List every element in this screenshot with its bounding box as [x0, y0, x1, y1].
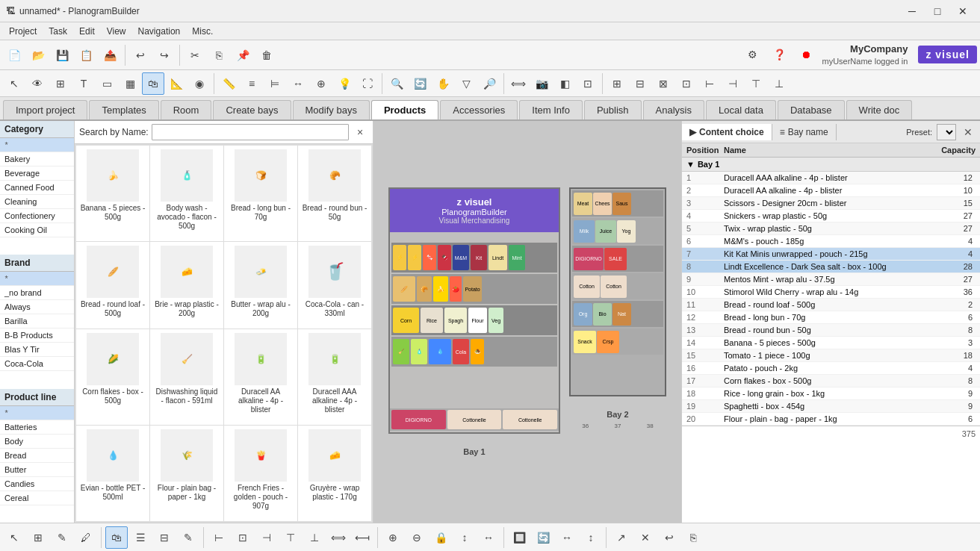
tab-local-data[interactable]: Local data — [706, 100, 776, 119]
filter-tool[interactable]: ▽ — [455, 72, 477, 95]
bottom-flip-h[interactable]: ↔ — [556, 526, 578, 549]
bottom-width[interactable]: ↔ — [477, 526, 500, 549]
pl-item-batteries[interactable]: Batteries — [0, 420, 74, 435]
brand-item-no-brand[interactable]: _no brand — [0, 286, 74, 300]
tab-write-doc[interactable]: Write doc — [846, 100, 913, 119]
menu-edit[interactable]: Edit — [73, 25, 101, 38]
menu-task[interactable]: Task — [43, 25, 73, 38]
product-card-gruyere[interactable]: 🧀 Gruyère - wrap plastic - 170g — [298, 426, 371, 521]
extra-btn8[interactable]: ⊥ — [768, 72, 790, 95]
category-item-cleaning[interactable]: Cleaning — [0, 195, 74, 209]
brand-item-barilla[interactable]: Barilla — [0, 314, 74, 329]
layer-btn[interactable]: ◧ — [553, 72, 576, 95]
bottom-align-mid[interactable]: ⊥ — [303, 526, 326, 549]
save-button[interactable]: 💾 — [51, 44, 73, 66]
new-button[interactable]: 📄 — [3, 44, 25, 66]
zoom-in[interactable]: 🔍 — [385, 72, 408, 95]
table-row[interactable]: 6 M&M's - pouch - 185g 4 — [682, 235, 980, 248]
table-row[interactable]: 20 Flour - plain - bag - paper - 1kg 6 — [682, 413, 980, 426]
bottom-product-place[interactable]: 🛍 — [105, 526, 128, 549]
extra-btn5[interactable]: ⊢ — [698, 72, 721, 95]
table-row[interactable]: 9 Mentos Mint - wrap alu - 37.5g 27 — [682, 273, 980, 286]
pl-item-butter[interactable]: Butter — [0, 463, 74, 477]
open-button[interactable]: 📂 — [27, 44, 49, 66]
table-row[interactable]: 12 Bread - long bun - 70g 6 — [682, 311, 980, 324]
help-button[interactable]: ❓ — [768, 43, 790, 66]
bottom-ungroup[interactable]: ⊖ — [406, 526, 428, 549]
category-item-confectionery[interactable]: Confectionery — [0, 209, 74, 223]
view-tool[interactable]: 👁 — [26, 72, 49, 95]
brand-item-blas[interactable]: Blas Y Tir — [0, 343, 74, 357]
rotate-tool[interactable]: 🔄 — [409, 72, 431, 95]
product-card-duracell-aa[interactable]: 🔋 Duracell AA alkaline - 4p - blister — [224, 329, 297, 425]
product-card-bread-long[interactable]: 🍞 Bread - long bun - 70g — [224, 146, 297, 241]
product-card-coca-cola[interactable]: 🥤 Coca-Cola - can - 330ml — [298, 242, 371, 329]
delete-button[interactable]: 🗑 — [255, 44, 278, 66]
product-card-brie[interactable]: 🧀 Brie - wrap plastic - 200g — [150, 242, 223, 329]
settings-button[interactable]: ⚙ — [741, 43, 763, 66]
bottom-height[interactable]: ↕ — [453, 526, 476, 549]
table-row[interactable]: 5 Twix - wrap plastic - 50g 27 — [682, 222, 980, 235]
extra-btn6[interactable]: ⊣ — [722, 72, 744, 95]
close-button[interactable]: ✕ — [952, 1, 974, 22]
brand-item-bb[interactable]: B-B Products — [0, 329, 74, 343]
tab-create-bays[interactable]: Create bays — [213, 100, 291, 119]
table-row[interactable]: 4 Snickers - wrap plastic - 50g 27 — [682, 210, 980, 222]
titlebar-controls[interactable]: ─ □ ✕ — [901, 1, 974, 22]
brand-item-always[interactable]: Always — [0, 300, 74, 314]
bottom-move[interactable]: ↗ — [610, 526, 633, 549]
category-item-cooking-oil[interactable]: Cooking Oil — [0, 223, 74, 237]
product-card-butter[interactable]: 🧈 Butter - wrap alu - 200g — [224, 242, 297, 329]
menu-view[interactable]: View — [101, 25, 132, 38]
copy-button[interactable]: ⎘ — [208, 44, 230, 66]
bottom-align-right[interactable]: ⊣ — [255, 526, 278, 549]
text-tool[interactable]: T — [72, 72, 95, 95]
product-card-flour[interactable]: 🌾 Flour - plain bag - paper - 1kg — [150, 426, 223, 521]
tab-modify-bays[interactable]: Modify bays — [293, 100, 370, 119]
product-tool[interactable]: 🛍 — [142, 72, 164, 95]
bottom-copy2[interactable]: ⎘ — [682, 526, 704, 549]
brand-item-all[interactable]: * — [0, 272, 74, 286]
product-card-banana[interactable]: 🍌 Banana - 5 pieces - 500g — [76, 146, 149, 241]
menu-project[interactable]: Project — [3, 25, 43, 38]
table-row[interactable]: 15 Tomato - 1 piece - 100g 18 — [682, 349, 980, 362]
bottom-align-top[interactable]: ⊤ — [279, 526, 302, 549]
tab-accessories[interactable]: Accessories — [440, 100, 518, 119]
bottom-delete2[interactable]: ✕ — [634, 526, 657, 549]
product-card-bread-loaf[interactable]: 🥖 Bread - round loaf - 500g — [76, 242, 149, 329]
bottom-group[interactable]: ⊕ — [382, 526, 404, 549]
ruler-tool[interactable]: 📏 — [217, 72, 240, 95]
spacing-tool[interactable]: ↔ — [287, 72, 309, 95]
saveas-button[interactable]: 📋 — [75, 44, 97, 66]
measurement-btn[interactable]: ⟺ — [507, 72, 530, 95]
product-card-fries[interactable]: 🍟 French Fries - golden - pouch - 907g — [224, 426, 297, 521]
product-card-dishwashing[interactable]: 🧹 Dishwashing liquid - flacon - 591ml — [150, 329, 223, 425]
tab-item-info[interactable]: Item Info — [519, 100, 583, 119]
preset-select[interactable] — [937, 124, 956, 140]
tab-database[interactable]: Database — [778, 100, 845, 119]
category-item-bakery[interactable]: Bakery — [0, 152, 74, 166]
bottom-lock[interactable]: 🔒 — [429, 526, 452, 549]
bay-1[interactable]: z visuel PlanogramBuilder Visual Merchan… — [388, 187, 560, 434]
bottom-btn4[interactable]: ✎ — [177, 526, 199, 549]
product-card-evian[interactable]: 💧 Evian - bottle PET - 500ml — [76, 426, 149, 521]
tab-publish[interactable]: Publish — [584, 100, 642, 119]
search-input[interactable] — [152, 124, 349, 140]
redo-button[interactable]: ↪ — [153, 44, 176, 66]
camera-btn[interactable]: 📷 — [530, 72, 553, 95]
cut-button[interactable]: ✂ — [184, 44, 206, 66]
right-tab-content-choice[interactable]: ▶ Content choice — [682, 124, 772, 140]
pl-item-bread[interactable]: Bread — [0, 449, 74, 463]
tab-room[interactable]: Room — [161, 100, 212, 119]
maximize-button[interactable]: □ — [926, 1, 949, 22]
pl-item-body[interactable]: Body — [0, 435, 74, 449]
extra-btn3[interactable]: ⊠ — [652, 72, 674, 95]
product-card-bodywash[interactable]: 🧴 Body wash - avocado - flacon - 500g — [150, 146, 223, 241]
right-panel-close[interactable]: ✕ — [961, 126, 976, 138]
record-button[interactable]: ⏺ — [795, 43, 817, 66]
bay-2[interactable]: Meat Chees Saus Milk Juice Yog DIGIORNO … — [569, 187, 666, 396]
bottom-align-left[interactable]: ⊢ — [208, 526, 230, 549]
grid-tool[interactable]: ⊞ — [49, 72, 72, 95]
table-row[interactable]: 8 Lindt Excellence - Dark Sea salt - box… — [682, 261, 980, 273]
bottom-dist-v[interactable]: ⟻ — [351, 526, 373, 549]
